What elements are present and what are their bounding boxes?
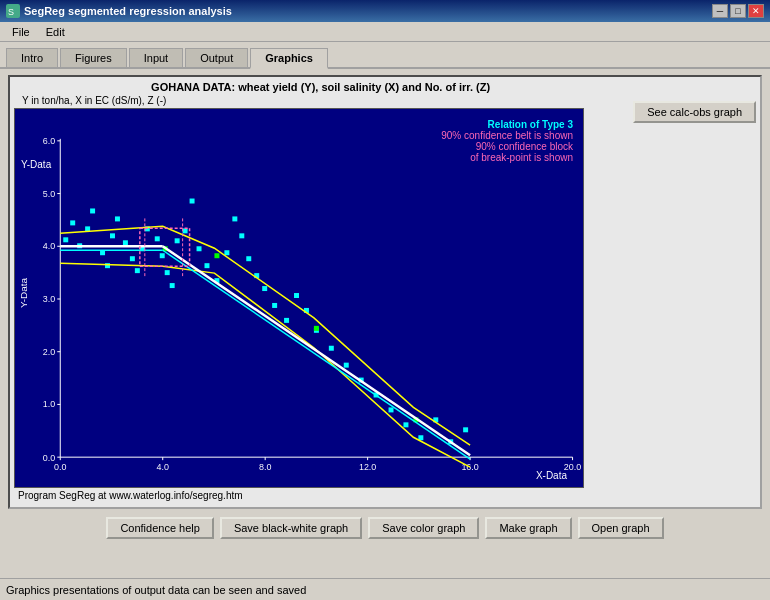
svg-text:0.0: 0.0: [54, 462, 66, 472]
svg-rect-30: [63, 237, 68, 242]
graph-container: GOHANA DATA: wheat yield (Y), soil salin…: [8, 75, 762, 509]
svg-rect-41: [135, 268, 140, 273]
svg-text:12.0: 12.0: [359, 462, 376, 472]
save-bw-button[interactable]: Save black-white graph: [220, 517, 362, 539]
svg-text:5.0: 5.0: [43, 189, 55, 199]
svg-rect-70: [403, 422, 408, 427]
svg-rect-37: [110, 233, 115, 238]
side-buttons: See calc-obs graph: [633, 81, 756, 123]
svg-rect-44: [155, 236, 160, 241]
svg-text:1.0: 1.0: [43, 399, 55, 409]
open-graph-button[interactable]: Open graph: [578, 517, 664, 539]
chart-wrapper: Y-Data X-Data Relation of Type 3 90% con…: [14, 108, 584, 488]
svg-rect-66: [344, 363, 349, 368]
svg-line-82: [163, 250, 470, 459]
window-title: SegReg segmented regression analysis: [24, 5, 708, 17]
svg-rect-46: [165, 270, 170, 275]
svg-rect-76: [214, 253, 219, 258]
app-icon: S: [6, 4, 20, 18]
svg-text:4.0: 4.0: [157, 462, 169, 472]
make-graph-button[interactable]: Make graph: [485, 517, 571, 539]
svg-rect-34: [90, 208, 95, 213]
confidence-help-button[interactable]: Confidence help: [106, 517, 214, 539]
svg-rect-62: [294, 293, 299, 298]
svg-rect-56: [239, 233, 244, 238]
svg-rect-61: [284, 318, 289, 323]
svg-text:6.0: 6.0: [43, 136, 55, 146]
svg-rect-48: [175, 238, 180, 243]
window-controls: ─ □ ✕: [712, 4, 764, 18]
svg-rect-38: [115, 216, 120, 221]
svg-rect-55: [232, 216, 237, 221]
svg-rect-45: [160, 253, 165, 258]
svg-rect-77: [314, 326, 319, 331]
graph-subtitle: Y in ton/ha, X in EC (dS/m), Z (-): [14, 95, 627, 106]
see-calc-obs-button[interactable]: See calc-obs graph: [633, 101, 756, 123]
svg-text:8.0: 8.0: [259, 462, 271, 472]
tab-graphics[interactable]: Graphics: [250, 48, 328, 69]
graph-title: GOHANA DATA: wheat yield (Y), soil salin…: [14, 81, 627, 93]
svg-text:20.0: 20.0: [564, 462, 581, 472]
svg-rect-60: [272, 303, 277, 308]
svg-text:4.0: 4.0: [43, 241, 55, 251]
menu-bar: File Edit: [0, 22, 770, 42]
tab-input[interactable]: Input: [129, 48, 183, 67]
svg-text:S: S: [8, 7, 14, 17]
tab-bar: Intro Figures Input Output Graphics: [0, 42, 770, 69]
tab-figures[interactable]: Figures: [60, 48, 127, 67]
graph-area: GOHANA DATA: wheat yield (Y), soil salin…: [14, 81, 627, 503]
svg-rect-51: [197, 246, 202, 251]
svg-rect-47: [170, 283, 175, 288]
program-info: Program SegReg at www.waterlog.info/segr…: [14, 488, 627, 503]
tab-output[interactable]: Output: [185, 48, 248, 67]
svg-text:Y-Data: Y-Data: [18, 277, 29, 307]
main-content: GOHANA DATA: wheat yield (Y), soil salin…: [0, 69, 770, 545]
minimize-button[interactable]: ─: [712, 4, 728, 18]
svg-rect-59: [262, 286, 267, 291]
svg-rect-57: [246, 256, 251, 261]
svg-rect-65: [329, 346, 334, 351]
svg-rect-39: [123, 240, 128, 245]
button-row: Confidence help Save black-white graph S…: [8, 517, 762, 539]
svg-rect-40: [130, 256, 135, 261]
save-color-button[interactable]: Save color graph: [368, 517, 479, 539]
tab-intro[interactable]: Intro: [6, 48, 58, 67]
svg-rect-52: [205, 263, 210, 268]
maximize-button[interactable]: □: [730, 4, 746, 18]
svg-text:2.0: 2.0: [43, 347, 55, 357]
svg-rect-54: [224, 250, 229, 255]
svg-text:3.0: 3.0: [43, 294, 55, 304]
svg-rect-74: [463, 427, 468, 432]
status-bar: Graphics presentations of output data ca…: [0, 578, 770, 600]
title-bar: S SegReg segmented regression analysis ─…: [0, 0, 770, 22]
svg-rect-33: [85, 226, 90, 231]
menu-edit[interactable]: Edit: [38, 25, 73, 39]
status-text: Graphics presentations of output data ca…: [6, 584, 306, 596]
menu-file[interactable]: File: [4, 25, 38, 39]
svg-rect-31: [70, 220, 75, 225]
svg-line-80: [163, 246, 470, 455]
svg-rect-50: [190, 199, 195, 204]
close-button[interactable]: ✕: [748, 4, 764, 18]
chart-svg: 0.0 1.0 2.0 3.0 4.0 5.0 6.0 0.0: [15, 109, 583, 487]
svg-rect-69: [389, 407, 394, 412]
